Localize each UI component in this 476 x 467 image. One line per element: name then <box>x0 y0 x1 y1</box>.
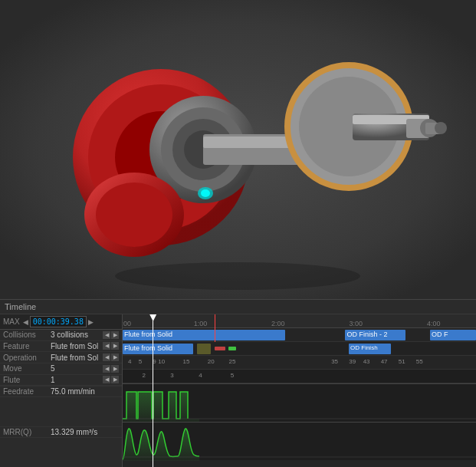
operation-value: Flute from Sol <box>51 354 101 362</box>
collisions-value: 3 collisions <box>51 331 101 339</box>
op-seg-3: OD Finish <box>349 344 391 354</box>
timeline-panel: Timeline MAX ◀ 00:00:39.38 ▶ Collisions … <box>0 299 476 467</box>
collisions-next[interactable]: ▶ <box>111 331 119 339</box>
flute-arrows[interactable]: ◀ ▶ <box>103 376 119 383</box>
timeline-sidebar: MAX ◀ 00:00:39.38 ▶ Collisions 3 collisi… <box>0 314 123 467</box>
operation-next[interactable]: ▶ <box>111 354 119 361</box>
ruler-mark-0: 0:00 <box>123 320 131 327</box>
flute-num-2: 2 <box>142 372 145 379</box>
feature-arrows[interactable]: ◀ ▶ <box>103 342 119 350</box>
ruler-mark-2: 2:00 <box>271 320 285 327</box>
flute-value: 1 <box>51 376 101 384</box>
feature-seg-2: OD Finish - 2 <box>345 330 405 340</box>
op-seg-green <box>228 347 235 350</box>
feedrate-fill <box>123 392 199 423</box>
move-prev[interactable]: ◀ <box>103 365 110 373</box>
op-seg-1: Flute from Solid <box>123 344 193 354</box>
num-35: 35 <box>331 358 338 365</box>
move-value: 5 <box>51 364 101 373</box>
mrr-row: MRR(Q) 13.329 mm³/s <box>0 426 122 437</box>
move-next[interactable]: ▶ <box>111 365 119 373</box>
operation-label: Operation <box>3 354 51 362</box>
num-15: 15 <box>183 358 190 365</box>
op-seg-red <box>215 347 225 350</box>
timeline-tracks[interactable]: 0:00 1:00 2:00 3:00 4:00 Flute from Soli… <box>123 314 476 467</box>
op-seg-2 <box>197 344 211 354</box>
ruler-mark-4: 4:00 <box>427 320 441 327</box>
mrr-label: MRR(Q) <box>3 428 51 436</box>
move-numbers-track: 4 5 9 10 15 20 25 35 39 43 47 51 55 <box>123 356 476 370</box>
operation-arrows[interactable]: ◀ ▶ <box>103 354 119 361</box>
operation-track: Flute from Solid OD Finish <box>123 342 476 356</box>
move-row: Move 5 ◀ ▶ <box>0 363 122 375</box>
chevron-right-icon: ▶ <box>88 318 94 326</box>
chevron-left-icon: ◀ <box>23 318 28 326</box>
feedrate-value: 75.0 mm/min <box>51 387 95 396</box>
feedrate-svg <box>123 384 476 423</box>
num-51: 51 <box>399 358 405 365</box>
flute-numbers-track: 2 3 4 5 <box>123 370 476 383</box>
num-43: 43 <box>363 358 370 365</box>
flute-num-3: 3 <box>170 372 173 379</box>
timecode-display[interactable]: 00:00:39.38 <box>30 316 87 327</box>
move-arrows[interactable]: ◀ ▶ <box>103 365 119 373</box>
move-label: Move <box>3 364 51 373</box>
collisions-prev[interactable]: ◀ <box>103 331 110 339</box>
viewport-scene <box>0 0 476 299</box>
svg-point-20 <box>435 122 447 134</box>
feature-seg-1: Flute from Solid <box>123 330 285 340</box>
operation-row: Operation Flute from Sol ◀ ▶ <box>0 352 122 363</box>
collisions-label: Collisions <box>3 331 51 339</box>
ruler-mark-3: 3:00 <box>349 320 363 327</box>
svg-point-9 <box>96 183 172 247</box>
feature-seg-3: OD F <box>430 330 476 340</box>
mrr-value: 13.329 mm³/s <box>51 428 97 436</box>
feature-next[interactable]: ▶ <box>111 342 119 350</box>
flute-label: Flute <box>3 376 51 384</box>
num-20: 20 <box>208 358 215 365</box>
operation-prev[interactable]: ◀ <box>103 354 110 361</box>
feature-value: Flute from Sol <box>51 342 101 350</box>
svg-point-22 <box>201 189 210 197</box>
svg-point-23 <box>115 262 360 290</box>
num-4: 4 <box>128 358 131 365</box>
flute-prev[interactable]: ◀ <box>103 376 110 383</box>
feedrate-label: Feedrate <box>3 387 51 396</box>
feedrate-graph <box>123 383 476 422</box>
num-5: 5 <box>139 358 142 365</box>
num-25: 25 <box>228 358 235 365</box>
feature-track: Flute from Solid OD Finish - 2 OD F <box>123 328 476 342</box>
num-10: 10 <box>158 358 165 365</box>
mrr-graph <box>123 422 476 460</box>
timeline-title-text: Timeline <box>5 302 36 311</box>
collisions-row: Collisions 3 collisions ◀ ▶ <box>0 330 122 341</box>
3d-viewport[interactable] <box>0 0 476 299</box>
feature-label: Feature <box>3 342 51 350</box>
feature-row: Feature Flute from Sol ◀ ▶ <box>0 341 122 353</box>
num-9: 9 <box>153 358 156 365</box>
timecode-row: MAX ◀ 00:00:39.38 ▶ <box>0 314 122 330</box>
mrr-fill <box>123 429 199 461</box>
feedrate-graph-sidebar <box>0 396 122 426</box>
num-55: 55 <box>416 358 423 365</box>
flute-num-5: 5 <box>231 372 234 379</box>
flute-num-4: 4 <box>199 372 202 379</box>
feedrate-row: Feedrate 75.0 mm/min <box>0 386 122 396</box>
num-47: 47 <box>381 358 388 365</box>
num-39: 39 <box>349 358 356 365</box>
feature-prev[interactable]: ◀ <box>103 342 110 350</box>
ruler-mark-1: 1:00 <box>194 320 208 327</box>
time-ruler: 0:00 1:00 2:00 3:00 4:00 <box>123 314 476 328</box>
flute-next[interactable]: ▶ <box>111 376 119 383</box>
mrr-svg <box>123 423 476 461</box>
timeline-title: Timeline <box>0 300 476 314</box>
collisions-arrows[interactable]: ◀ ▶ <box>103 331 119 339</box>
max-label: MAX <box>3 317 20 326</box>
mrr-graph-sidebar <box>0 437 122 467</box>
flute-row: Flute 1 ◀ ▶ <box>0 375 122 386</box>
